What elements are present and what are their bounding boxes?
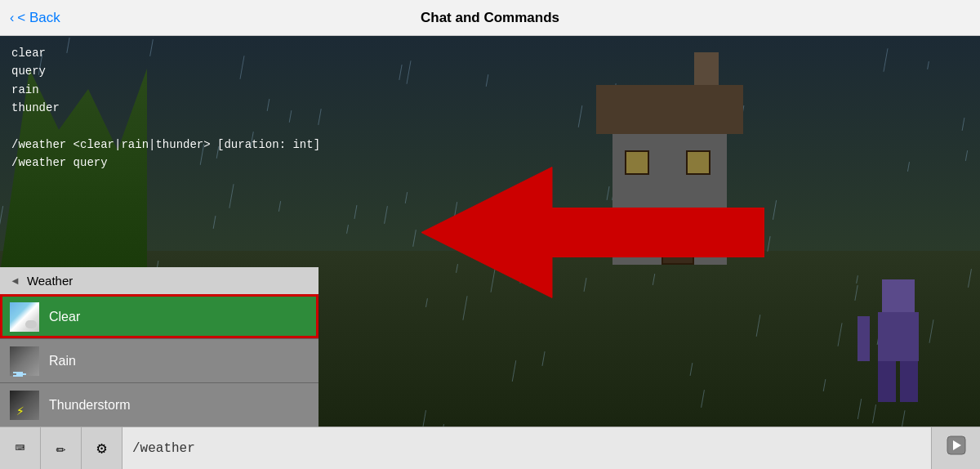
char-arm xyxy=(858,316,870,361)
left-panel: ◄ Weather Clear Rain Thunderstorm xyxy=(0,36,318,427)
rain-weather-label: Rain xyxy=(49,354,76,368)
char-body xyxy=(878,312,919,361)
bottom-toolbar: ⌨ ✏ ⚙ xyxy=(0,427,980,469)
weather-menu-header[interactable]: ◄ Weather xyxy=(0,267,318,294)
send-button[interactable] xyxy=(931,427,980,470)
weather-header-label: Weather xyxy=(27,274,73,288)
weather-item-rain[interactable]: Rain xyxy=(0,338,318,382)
thunder-weather-icon xyxy=(10,391,39,420)
rain-weather-icon xyxy=(10,346,39,376)
pencil-icon: ✏ xyxy=(56,438,65,458)
clear-weather-icon xyxy=(10,302,39,332)
thunderstorm-weather-label: Thunderstorm xyxy=(49,398,131,413)
char-leg-right xyxy=(900,361,918,402)
header-bar: ‹ < Back Chat and Commands xyxy=(0,0,980,36)
building-window-right xyxy=(686,150,710,175)
keyboard-icon: ⌨ xyxy=(15,438,24,458)
clear-weather-label: Clear xyxy=(49,310,80,324)
weather-menu: ◄ Weather Clear Rain Thunderstorm xyxy=(0,267,318,427)
char-leg-left xyxy=(878,361,896,402)
settings-button[interactable]: ⚙ xyxy=(82,427,122,470)
building-roof xyxy=(596,85,743,134)
settings-gear-icon: ⚙ xyxy=(96,438,106,458)
back-button[interactable]: ‹ < Back xyxy=(10,10,60,26)
building-chimney xyxy=(694,52,719,85)
weather-item-thunderstorm[interactable]: Thunderstorm xyxy=(0,382,318,427)
building xyxy=(588,85,751,265)
building-window-left xyxy=(625,150,649,175)
page-title: Chat and Commands xyxy=(421,10,559,26)
weather-item-clear[interactable]: Clear xyxy=(0,294,318,338)
command-input[interactable] xyxy=(122,427,931,470)
char-head xyxy=(882,279,915,312)
pencil-button[interactable]: ✏ xyxy=(41,427,82,470)
back-arrow-icon: ‹ xyxy=(10,11,14,25)
back-label[interactable]: < Back xyxy=(17,10,60,26)
keyboard-button[interactable]: ⌨ xyxy=(0,427,41,470)
building-door xyxy=(662,216,694,265)
player-character xyxy=(866,279,931,402)
weather-back-arrow-icon: ◄ xyxy=(10,275,20,287)
send-icon xyxy=(945,434,968,462)
building-main xyxy=(612,134,727,265)
